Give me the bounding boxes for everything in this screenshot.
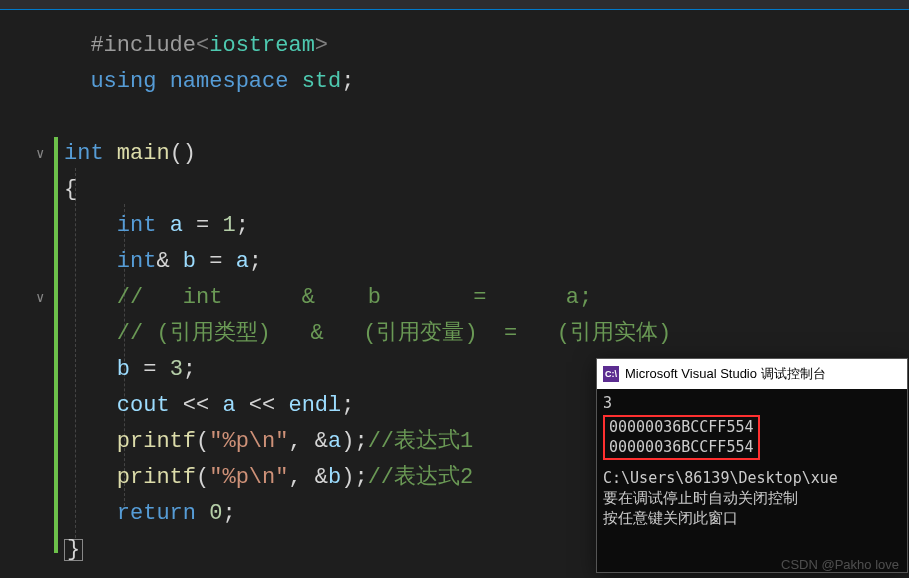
identifier: a bbox=[236, 249, 249, 274]
identifier: cout bbox=[117, 393, 170, 418]
punct: ; bbox=[341, 69, 354, 94]
comment: // (引用类型) & (引用变量) = (引用实体) bbox=[117, 321, 671, 346]
fold-chevron-icon[interactable]: ∨ bbox=[36, 145, 44, 162]
identifier: a bbox=[328, 429, 341, 454]
namespace: std bbox=[302, 69, 342, 94]
number: 0 bbox=[209, 501, 222, 526]
operator: = bbox=[196, 249, 236, 274]
vs-icon: C:\ bbox=[603, 366, 619, 382]
punct: ; bbox=[354, 429, 367, 454]
function-call: printf bbox=[117, 429, 196, 454]
console-titlebar[interactable]: C:\ Microsoft Visual Studio 调试控制台 bbox=[597, 359, 907, 389]
code-line[interactable]: { bbox=[64, 172, 909, 208]
brace-cursor: } bbox=[64, 539, 83, 561]
code-line[interactable]: int main() bbox=[64, 136, 909, 172]
preprocessor: #include bbox=[90, 33, 196, 58]
highlighted-output: 00000036BCCFF554 00000036BCCFF554 bbox=[603, 415, 760, 460]
paren: ) bbox=[341, 465, 354, 490]
type: int bbox=[117, 249, 157, 274]
identifier: b bbox=[183, 249, 196, 274]
punct: ; bbox=[222, 501, 235, 526]
punct: ; bbox=[341, 393, 354, 418]
ampersand: & bbox=[315, 465, 328, 490]
type: int bbox=[64, 141, 104, 166]
string: "%p\n" bbox=[209, 465, 288, 490]
console-output: 3 bbox=[603, 393, 901, 413]
parens: () bbox=[170, 141, 196, 166]
comment: // int & b = a; bbox=[117, 285, 592, 310]
console-output: 00000036BCCFF554 bbox=[609, 437, 754, 457]
code-line[interactable]: #include<iostream> bbox=[64, 28, 909, 64]
debug-console-window[interactable]: C:\ Microsoft Visual Studio 调试控制台 3 0000… bbox=[596, 358, 908, 573]
punct: ; bbox=[183, 357, 196, 382]
identifier: b bbox=[328, 465, 341, 490]
code-line[interactable]: using namespace std; bbox=[64, 64, 909, 100]
comment: //表达式1 bbox=[368, 429, 474, 454]
console-title: Microsoft Visual Studio 调试控制台 bbox=[625, 365, 826, 383]
fold-chevron-icon[interactable]: ∨ bbox=[36, 289, 44, 306]
angle-bracket: > bbox=[315, 33, 328, 58]
gutter: ∨ ∨ bbox=[0, 10, 60, 578]
code-line[interactable]: // int & b = a; bbox=[64, 280, 909, 316]
comma: , bbox=[288, 465, 314, 490]
ampersand: & bbox=[315, 429, 328, 454]
identifier: a bbox=[222, 393, 235, 418]
angle-bracket: < bbox=[196, 33, 209, 58]
console-path: C:\Users\86139\Desktop\xue bbox=[603, 468, 901, 488]
operator: << bbox=[170, 393, 223, 418]
comma: , bbox=[288, 429, 314, 454]
blank-line[interactable] bbox=[64, 100, 909, 136]
code-line[interactable]: // (引用类型) & (引用变量) = (引用实体) bbox=[64, 316, 909, 352]
paren: ( bbox=[196, 465, 209, 490]
include-lib: iostream bbox=[209, 33, 315, 58]
code-line[interactable]: int& b = a; bbox=[64, 244, 909, 280]
type: int bbox=[117, 213, 157, 238]
identifier: b bbox=[117, 357, 130, 382]
function-name: main bbox=[117, 141, 170, 166]
operator: << bbox=[236, 393, 289, 418]
identifier: endl bbox=[288, 393, 341, 418]
keyword: return bbox=[117, 501, 196, 526]
number: 3 bbox=[170, 357, 183, 382]
comment: //表达式2 bbox=[368, 465, 474, 490]
punct: ; bbox=[354, 465, 367, 490]
punct: ; bbox=[249, 249, 262, 274]
ampersand: & bbox=[156, 249, 169, 274]
number: 1 bbox=[222, 213, 235, 238]
function-call: printf bbox=[117, 465, 196, 490]
change-bar bbox=[54, 137, 58, 553]
paren: ( bbox=[196, 429, 209, 454]
paren: ) bbox=[341, 429, 354, 454]
operator: = bbox=[130, 357, 170, 382]
identifier: a bbox=[170, 213, 183, 238]
keyword: namespace bbox=[170, 69, 289, 94]
top-border bbox=[0, 0, 909, 10]
console-hint: 要在调试停止时自动关闭控制 bbox=[603, 488, 901, 508]
console-output: 00000036BCCFF554 bbox=[609, 417, 754, 437]
console-body[interactable]: 3 00000036BCCFF554 00000036BCCFF554 C:\U… bbox=[597, 389, 907, 532]
string: "%p\n" bbox=[209, 429, 288, 454]
operator: = bbox=[183, 213, 223, 238]
brace: { bbox=[64, 177, 77, 202]
code-line[interactable]: int a = 1; bbox=[64, 208, 909, 244]
console-hint: 按任意键关闭此窗口 bbox=[603, 508, 901, 528]
punct: ; bbox=[236, 213, 249, 238]
watermark: CSDN @Pakho love bbox=[781, 557, 899, 572]
keyword: using bbox=[90, 69, 156, 94]
